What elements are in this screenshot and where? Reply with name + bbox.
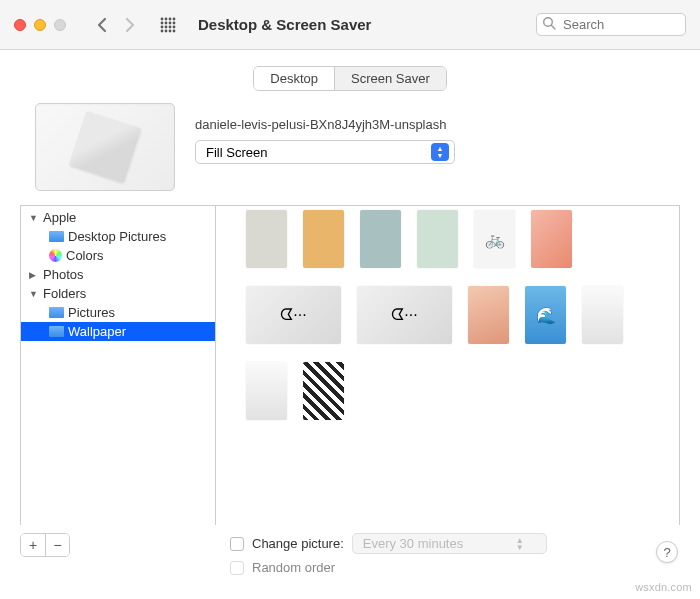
change-picture-row: Change picture: Every 30 minutes ▲▼	[230, 533, 547, 554]
sidebar-item-apple[interactable]: ▼ Apple	[21, 208, 215, 227]
watermark: wsxdn.com	[635, 581, 692, 593]
svg-point-10	[169, 25, 172, 28]
window-controls	[14, 19, 66, 31]
thumbnail[interactable]: ᗧ···	[246, 286, 341, 344]
svg-point-14	[169, 29, 172, 32]
chevron-down-icon[interactable]: ▼	[29, 289, 39, 299]
grid-icon[interactable]	[160, 17, 176, 33]
svg-point-4	[161, 21, 164, 24]
nav-arrows	[96, 17, 136, 33]
tab-desktop[interactable]: Desktop	[254, 67, 334, 90]
search-input[interactable]	[536, 13, 686, 36]
chevron-down-icon[interactable]: ▼	[29, 213, 39, 223]
svg-point-5	[165, 21, 168, 24]
thumbnail[interactable]	[246, 210, 287, 268]
sidebar-item-label: Photos	[43, 267, 83, 282]
sidebar-item-colors[interactable]: Colors	[21, 246, 215, 265]
thumbnail[interactable]	[360, 210, 401, 268]
add-folder-button[interactable]: +	[21, 534, 45, 556]
zoom-button	[54, 19, 66, 31]
chevron-right-icon[interactable]: ▶	[29, 270, 39, 280]
thumbnail[interactable]: 🚲	[474, 210, 515, 268]
preview-row: daniele-levis-pelusi-BXn8J4yjh3M-unsplas…	[0, 103, 700, 205]
fill-mode-select[interactable]: Fill Screen ▲▼	[195, 140, 455, 164]
back-button[interactable]	[96, 17, 107, 33]
interval-select: Every 30 minutes ▲▼	[352, 533, 547, 554]
sidebar-item-wallpaper[interactable]: Wallpaper	[21, 322, 215, 341]
preview-image	[68, 110, 141, 183]
help-button[interactable]: ?	[656, 541, 678, 563]
svg-point-13	[165, 29, 168, 32]
bottom-bar: + − Change picture: Every 30 minutes ▲▼ …	[0, 525, 700, 589]
thumbnail[interactable]	[468, 286, 509, 344]
window-title: Desktop & Screen Saver	[198, 16, 371, 33]
change-picture-label: Change picture:	[252, 536, 344, 551]
random-order-row: Random order	[230, 560, 547, 575]
sidebar-item-label: Apple	[43, 210, 76, 225]
change-picture-checkbox[interactable]	[230, 537, 244, 551]
svg-point-12	[161, 29, 164, 32]
options: Change picture: Every 30 minutes ▲▼ Rand…	[230, 533, 547, 581]
search-container	[536, 13, 686, 36]
tabs-row: Desktop Screen Saver	[0, 50, 700, 103]
select-arrows-icon: ▲▼	[516, 537, 524, 551]
svg-line-17	[552, 26, 556, 30]
search-icon	[542, 16, 556, 34]
interval-value: Every 30 minutes	[363, 536, 463, 551]
svg-point-6	[169, 21, 172, 24]
fill-mode-value: Fill Screen	[206, 145, 267, 160]
tab-screen-saver[interactable]: Screen Saver	[334, 67, 446, 90]
svg-point-7	[173, 21, 176, 24]
thumbnail[interactable]	[582, 286, 623, 344]
thumbnail[interactable]	[303, 362, 344, 420]
random-order-label: Random order	[252, 560, 335, 575]
main-split: ▼ Apple Desktop Pictures Colors ▶ Photos…	[20, 205, 680, 525]
desktop-preview	[35, 103, 175, 191]
sidebar-item-photos[interactable]: ▶ Photos	[21, 265, 215, 284]
svg-point-3	[173, 17, 176, 20]
tabs: Desktop Screen Saver	[253, 66, 446, 91]
svg-point-8	[161, 25, 164, 28]
sidebar-item-label: Pictures	[68, 305, 115, 320]
forward-button	[125, 17, 136, 33]
svg-point-1	[165, 17, 168, 20]
sidebar-item-label: Desktop Pictures	[68, 229, 166, 244]
thumbnail[interactable]: 🌊	[525, 286, 566, 344]
source-sidebar[interactable]: ▼ Apple Desktop Pictures Colors ▶ Photos…	[21, 206, 216, 525]
thumbnail[interactable]	[531, 210, 572, 268]
sidebar-item-label: Wallpaper	[68, 324, 126, 339]
thumbnail-grid[interactable]: 🚲ᗧ···ᗧ···🌊	[216, 206, 679, 525]
folder-icon	[49, 326, 64, 337]
sidebar-item-label: Folders	[43, 286, 86, 301]
close-button[interactable]	[14, 19, 26, 31]
select-arrows-icon: ▲▼	[431, 143, 449, 161]
preview-info: daniele-levis-pelusi-BXn8J4yjh3M-unsplas…	[195, 103, 680, 164]
sidebar-item-desktop-pictures[interactable]: Desktop Pictures	[21, 227, 215, 246]
folder-icon	[49, 231, 64, 242]
thumbnail[interactable]	[246, 362, 287, 420]
thumbnail[interactable]	[417, 210, 458, 268]
add-remove-group: + −	[20, 533, 70, 557]
remove-folder-button[interactable]: −	[45, 534, 69, 556]
titlebar: Desktop & Screen Saver	[0, 0, 700, 50]
folder-icon	[49, 307, 64, 318]
svg-point-15	[173, 29, 176, 32]
sidebar-item-label: Colors	[66, 248, 104, 263]
svg-point-0	[161, 17, 164, 20]
svg-point-11	[173, 25, 176, 28]
colors-icon	[49, 249, 62, 262]
random-order-checkbox	[230, 561, 244, 575]
sidebar-item-folders[interactable]: ▼ Folders	[21, 284, 215, 303]
minimize-button[interactable]	[34, 19, 46, 31]
thumbnail[interactable]	[303, 210, 344, 268]
svg-point-2	[169, 17, 172, 20]
wallpaper-filename: daniele-levis-pelusi-BXn8J4yjh3M-unsplas…	[195, 117, 680, 132]
svg-point-9	[165, 25, 168, 28]
thumbnail[interactable]: ᗧ···	[357, 286, 452, 344]
sidebar-item-pictures[interactable]: Pictures	[21, 303, 215, 322]
